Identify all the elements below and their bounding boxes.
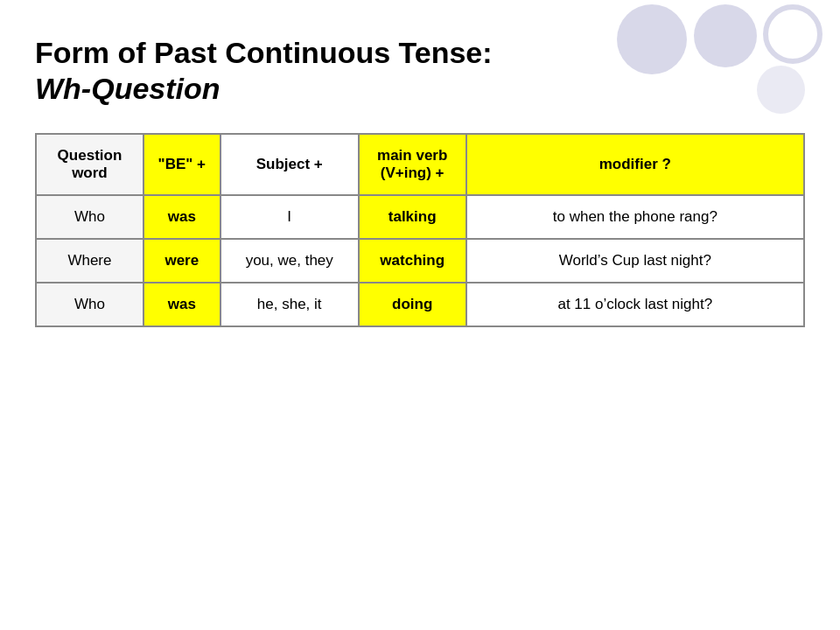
grammar-table: Question word "BE" + Subject + main verb… — [35, 133, 805, 327]
cell-verb: talking — [359, 195, 466, 239]
page-title-sub: Wh-Question — [35, 71, 805, 107]
cell-modifier: World’s Cup last night? — [466, 239, 804, 283]
header-question-word: Question word — [36, 134, 144, 195]
decorative-circle-2 — [694, 4, 757, 67]
cell-question-word: Who — [36, 283, 144, 326]
cell-modifier: at 11 o’clock last night? — [466, 283, 804, 326]
cell-subject: he, she, it — [220, 283, 359, 326]
cell-be: was — [144, 283, 220, 326]
page-container: Form of Past Continuous Tense: Wh-Questi… — [0, 0, 840, 630]
cell-question-word: Who — [36, 195, 144, 239]
header-modifier: modifier ? — [466, 134, 804, 195]
header-be: "BE" + — [144, 134, 220, 195]
cell-be: were — [144, 239, 220, 283]
header-main-verb: main verb (V+ing) + — [359, 134, 466, 195]
decorative-circle-3 — [763, 4, 822, 64]
table-header-row: Question word "BE" + Subject + main verb… — [36, 134, 804, 195]
table-row: Who was he, she, it doing at 11 o’clock … — [36, 283, 804, 326]
cell-verb: watching — [359, 239, 466, 283]
page-title-main: Form of Past Continuous Tense: — [35, 35, 805, 71]
header-subject: Subject + — [220, 134, 359, 195]
cell-question-word: Where — [36, 239, 144, 283]
cell-be: was — [144, 195, 220, 239]
cell-subject: you, we, they — [220, 239, 359, 283]
table-row: Who was I talking to when the phone rang… — [36, 195, 804, 239]
title-section: Form of Past Continuous Tense: Wh-Questi… — [35, 35, 805, 107]
cell-subject: I — [220, 195, 359, 239]
cell-verb: doing — [359, 283, 466, 326]
table-row: Where were you, we, they watching World’… — [36, 239, 804, 283]
decorative-circle-4 — [757, 66, 805, 114]
decorative-circle-1 — [617, 4, 687, 74]
cell-modifier: to when the phone rang? — [466, 195, 804, 239]
